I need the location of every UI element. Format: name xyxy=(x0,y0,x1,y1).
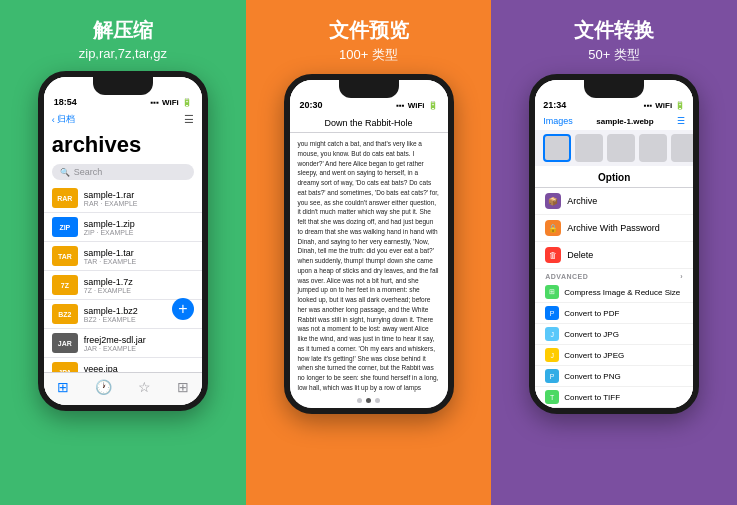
phone-mockup-1: 18:54 ▪▪▪ WiFi 🔋 ‹ 归档 ☰ archives 🔍 Searc… xyxy=(38,71,208,411)
list-item[interactable]: JPA veee.jpa JPA · EXAMPLE xyxy=(44,358,202,372)
back-button-1[interactable]: ‹ 归档 xyxy=(52,113,75,126)
preview-nav: Down the Rabbit-Hole xyxy=(290,114,448,133)
convert-compress-label: Compress Image & Reduce Size xyxy=(564,288,680,297)
list-item[interactable]: JAR freej2me-sdl.jar JAR · EXAMPLE xyxy=(44,329,202,358)
status-icons-3: ▪▪▪ WiFi 🔋 xyxy=(644,100,685,110)
file-icon-jpa: JPA xyxy=(52,362,78,372)
bottom-tab-bar: ⊞ 🕐 ☆ ⊞ xyxy=(44,372,202,405)
panel-decompress-subtitle: zip,rar,7z,tar,gz xyxy=(79,46,167,61)
filename-label: sample-1.webp xyxy=(596,117,653,126)
panel-preview-title: 文件预览 xyxy=(329,18,409,42)
convert-pdf-label: Convert to PDF xyxy=(564,309,619,318)
option-archive[interactable]: 📦 Archive xyxy=(535,188,693,215)
tab-starred-icon[interactable]: ☆ xyxy=(138,379,151,395)
page-dot xyxy=(375,398,380,403)
file-icon-zip: ZIP xyxy=(52,217,78,237)
convert-jpg[interactable]: J Convert to JPG xyxy=(535,324,693,345)
list-item[interactable]: ZIP sample-1.zip ZIP · EXAMPLE xyxy=(44,213,202,242)
phone-screen-1: 18:54 ▪▪▪ WiFi 🔋 ‹ 归档 ☰ archives 🔍 Searc… xyxy=(44,77,202,405)
menu-icon-3[interactable]: ☰ xyxy=(677,116,685,126)
file-meta: RAR · EXAMPLE xyxy=(84,200,194,207)
delete-icon: 🗑 xyxy=(545,247,561,263)
file-name: veee.jpa xyxy=(84,364,194,373)
file-icon-bz2: BZ2 xyxy=(52,304,78,324)
file-icon-jar: JAR xyxy=(52,333,78,353)
panel-convert-subtitle: 50+ 类型 xyxy=(588,46,640,64)
doc-title: Down the Rabbit-Hole xyxy=(324,118,412,128)
thumbnail[interactable] xyxy=(607,134,635,162)
file-icon-tar: TAR xyxy=(52,246,78,266)
phone-notch-3 xyxy=(584,80,644,98)
thumbnail[interactable] xyxy=(543,134,571,162)
page-dot xyxy=(357,398,362,403)
tab-recents-icon[interactable]: 🕐 xyxy=(95,379,112,395)
convert-pdf[interactable]: P Convert to PDF xyxy=(535,303,693,324)
wifi-icon-3: WiFi xyxy=(655,101,672,110)
search-placeholder: Search xyxy=(74,167,103,177)
file-meta: 7Z · EXAMPLE xyxy=(84,287,194,294)
file-meta: JAR · EXAMPLE xyxy=(84,345,194,352)
status-icons-1: ▪▪▪ WiFi 🔋 xyxy=(151,98,192,107)
advanced-section-header: ADVANCED › xyxy=(535,269,693,282)
list-item[interactable]: RAR sample-1.rar RAR · EXAMPLE xyxy=(44,184,202,213)
signal-icon-2: ▪▪▪ xyxy=(396,101,405,110)
file-icon-7z: 7Z xyxy=(52,275,78,295)
thumbnail[interactable] xyxy=(639,134,667,162)
add-button[interactable]: + xyxy=(172,298,194,320)
option-delete[interactable]: 🗑 Delete xyxy=(535,242,693,269)
list-item[interactable]: TAR sample-1.tar TAR · EXAMPLE xyxy=(44,242,202,271)
panel-preview-subtitle: 100+ 类型 xyxy=(339,46,398,64)
panel-decompress: 解压缩 zip,rar,7z,tar,gz 18:54 ▪▪▪ WiFi 🔋 ‹… xyxy=(0,0,246,505)
file-info: veee.jpa JPA · EXAMPLE xyxy=(84,364,194,373)
battery-icon-3: 🔋 xyxy=(675,101,685,110)
menu-icon[interactable]: ☰ xyxy=(184,113,194,126)
time-3: 21:34 xyxy=(543,100,566,110)
jpg-icon: J xyxy=(545,327,559,341)
time-1: 18:54 xyxy=(54,97,77,107)
wifi-icon-2: WiFi xyxy=(408,101,425,110)
preview-text-content: you might catch a bat, and that's very l… xyxy=(290,133,448,393)
thumbnail[interactable] xyxy=(671,134,693,162)
convert-nav: Images sample-1.webp ☰ xyxy=(535,114,693,130)
panel-convert-title: 文件转换 xyxy=(574,18,654,42)
phone-screen-2: 20:30 ▪▪▪ WiFi 🔋 Down the Rabbit-Hole yo… xyxy=(290,80,448,408)
option-archive-password[interactable]: 🔒 Archive With Password xyxy=(535,215,693,242)
panel-preview: 文件预览 100+ 类型 20:30 ▪▪▪ WiFi 🔋 Down the R… xyxy=(246,0,492,505)
convert-tiff-label: Convert to TIFF xyxy=(564,393,620,402)
convert-tiff[interactable]: T Convert to TIFF xyxy=(535,387,693,408)
advanced-toggle-icon[interactable]: › xyxy=(680,273,683,280)
file-name: sample-1.rar xyxy=(84,190,194,200)
compress-icon: ⊞ xyxy=(545,285,559,299)
preview-text: you might catch a bat, and that's very l… xyxy=(298,139,440,393)
jpeg-icon: J xyxy=(545,348,559,362)
option-archive-label: Archive xyxy=(567,196,597,206)
file-meta: ZIP · EXAMPLE xyxy=(84,229,194,236)
convert-jpeg-label: Convert to JPEG xyxy=(564,351,624,360)
phone-mockup-3: 21:34 ▪▪▪ WiFi 🔋 Images sample-1.webp ☰ xyxy=(529,74,699,414)
file-name: sample-1.tar xyxy=(84,248,194,258)
convert-png[interactable]: P Convert to PNG xyxy=(535,366,693,387)
list-item[interactable]: 7Z sample-1.7z 7Z · EXAMPLE xyxy=(44,271,202,300)
file-icon-rar: RAR xyxy=(52,188,78,208)
phone-screen-3: 21:34 ▪▪▪ WiFi 🔋 Images sample-1.webp ☰ xyxy=(535,80,693,408)
search-bar[interactable]: 🔍 Search xyxy=(52,164,194,180)
back-button-3[interactable]: Images xyxy=(543,116,573,126)
convert-jpeg[interactable]: J Convert to JPEG xyxy=(535,345,693,366)
thumbnail-bar xyxy=(535,130,693,166)
convert-jpg-label: Convert to JPG xyxy=(564,330,619,339)
tab-settings-icon[interactable]: ⊞ xyxy=(177,379,189,395)
battery-icon: 🔋 xyxy=(182,98,192,107)
back-chevron-icon: ‹ xyxy=(52,115,55,125)
convert-compress[interactable]: ⊞ Compress Image & Reduce Size xyxy=(535,282,693,303)
file-info: sample-1.zip ZIP · EXAMPLE xyxy=(84,219,194,236)
panel-decompress-title: 解压缩 xyxy=(93,18,153,42)
panel-convert: 文件转换 50+ 类型 21:34 ▪▪▪ WiFi 🔋 Images samp… xyxy=(491,0,737,505)
tab-files-icon[interactable]: ⊞ xyxy=(57,379,69,395)
battery-icon-2: 🔋 xyxy=(428,101,438,110)
time-2: 20:30 xyxy=(300,100,323,110)
page-dot-active xyxy=(366,398,371,403)
thumbnail[interactable] xyxy=(575,134,603,162)
pdf-icon: P xyxy=(545,306,559,320)
archives-title: archives xyxy=(44,130,202,162)
file-info: sample-1.tar TAR · EXAMPLE xyxy=(84,248,194,265)
